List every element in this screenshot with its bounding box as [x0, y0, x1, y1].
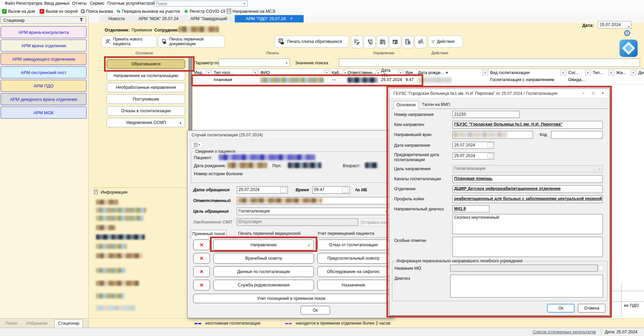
referral-tab-vmp[interactable]: Талон на ВМП	[419, 101, 453, 109]
col-responsible[interactable]: Ответственн...▾	[346, 69, 380, 76]
pin-icon[interactable]	[79, 18, 83, 23]
sidebar-item-arm-mok[interactable]: АРМ МОК	[1, 107, 87, 119]
delete-obstetric-button[interactable]: ×	[193, 280, 210, 290]
nav-item-unprocessed[interactable]: Необработанные направления	[107, 83, 185, 92]
time-picker-button[interactable]	[342, 187, 348, 193]
refusal-button[interactable]: Отказ от госпитализации	[317, 240, 389, 250]
window-close-icon[interactable]: ×	[598, 90, 607, 97]
menu-reports[interactable]: Отчеты	[72, 1, 87, 6]
print-primary-docs-button[interactable]: Печать первичной документации	[158, 36, 225, 48]
referring-doctor-field[interactable]	[452, 131, 533, 139]
col-hosp-kind[interactable]: Вид госпитализации▾	[489, 69, 567, 76]
syphilis-exam-button[interactable]: Обследование на сифилис	[317, 266, 389, 277]
filter-icon[interactable]: ▾	[608, 70, 614, 76]
col-birth-date[interactable]: Дата рожде...▼▾	[417, 69, 489, 76]
case-ok-button[interactable]: Ок	[301, 306, 330, 315]
delete-exam-button[interactable]: ×	[193, 253, 210, 264]
toolbar-call-search[interactable]: Поиск вызова	[80, 8, 113, 14]
col-phone[interactable]: Тел...▾	[591, 69, 615, 76]
referral-number-field[interactable]: 21233	[452, 111, 520, 118]
search-dropdown-icon[interactable]: ▾	[244, 2, 245, 5]
menu-registry[interactable]: Регистратура	[16, 1, 42, 6]
search-param-select[interactable]: ▾	[219, 59, 290, 67]
date-picker-button[interactable]	[487, 142, 493, 147]
tab-news[interactable]: Новости	[99, 15, 135, 22]
obstetric-button[interactable]: Служба родовспоможения	[213, 280, 314, 290]
col-diagnosis[interactable]: Диа...	[637, 69, 644, 76]
nav-item-admitted[interactable]: Поступившие	[107, 94, 185, 104]
col-complaints[interactable]: Жа...▾	[615, 69, 637, 76]
col-state[interactable]: Сос...▾	[567, 69, 591, 76]
case-dialog-title[interactable]: Случай госпитализации (25.07.2024)	[187, 131, 393, 139]
col-fio[interactable]: ФИО▾	[259, 69, 330, 76]
diagnosis-code-field[interactable]: M41.9	[452, 205, 489, 212]
bottom-tab-folders[interactable]: Папки	[5, 321, 17, 326]
sidebar-item-arm-pdo[interactable]: АРМ ПДО	[1, 80, 87, 92]
deferred-results-link[interactable]: Список отложенных результатов	[533, 330, 596, 334]
referral-tab-main[interactable]: Основное	[393, 101, 419, 109]
delete-referral-button[interactable]: ×	[193, 240, 210, 250]
date-picker-button[interactable]	[487, 153, 493, 158]
sidebar-item-arm-consultant[interactable]: АРМ врача-консультанта	[1, 26, 87, 38]
doctor-exam-button[interactable]: Врачебный осмотр	[213, 253, 314, 264]
nav-item-referrals[interactable]: Направления на госпитализацию	[107, 71, 185, 80]
case-tab-movements[interactable]: Учет перемещений пациента	[313, 230, 379, 238]
case-tab-print-docs[interactable]: Печать первичной медицинской документаци…	[226, 230, 312, 238]
hosp-channel-field[interactable]: Плановая помощь	[452, 175, 603, 183]
tab-arm-head[interactable]: АРМ "Заведующий отделен...	[183, 15, 235, 22]
reception-visits-button[interactable]: Учет посещений в приемном покое	[193, 294, 389, 303]
send-notice-button[interactable]: Отправка изве...	[361, 218, 390, 226]
gear-icon[interactable]: ⚙	[623, 29, 631, 38]
toolbar-ambulance-call[interactable]: ✓ Вызов из скорой	[40, 8, 78, 14]
referral-ok-button[interactable]: Ок	[547, 304, 575, 313]
card-person-button[interactable]	[402, 36, 414, 48]
nav-item-refusals[interactable]: Отказы в госпитализации	[107, 106, 185, 116]
doctor-code-field[interactable]	[551, 131, 603, 139]
special-notes-field[interactable]	[452, 237, 603, 257]
global-search-input[interactable]	[154, 1, 248, 6]
prehospital-exam-button[interactable]: Предгоспитальный осмотр	[317, 253, 389, 264]
report-menu-button[interactable]: ▾	[191, 141, 203, 148]
print-visitors-list-button[interactable]: Печать списка обратившихся	[274, 36, 349, 48]
referral-button[interactable]: Направление ✓	[213, 240, 314, 250]
filter-icon[interactable]: ▾	[253, 70, 258, 76]
sidebar-item-arm-duty-doctor[interactable]: АРМ дежурного врача отделения	[1, 93, 87, 105]
window-minimize-icon[interactable]: −	[579, 90, 588, 97]
menu-data-entry[interactable]: Ввод данных	[44, 1, 70, 6]
patient-exit-button[interactable]	[364, 36, 376, 48]
referred-by-field[interactable]: ГБУЗС "Городская больница №1 им. Н.И. Пи…	[452, 121, 603, 129]
tab-arm-pdo[interactable]: АРМ "ПДО" 25.07.24 ×	[235, 15, 304, 22]
filter-icon[interactable]: ▾	[324, 70, 329, 76]
workspace-date-picker[interactable]: 25.07.2024 ▾	[598, 21, 631, 28]
source-diagnosis-field[interactable]	[450, 275, 603, 297]
visit-goal-select[interactable]: Госпитализация ▾	[237, 208, 389, 215]
toolbar-home-call[interactable]: ✓ Вызов на дом	[2, 8, 35, 14]
table-row[interactable]: плановая --- 25.07.2024 9:47 Госпитализа…	[193, 76, 644, 85]
filter-icon[interactable]: ▾	[482, 70, 488, 76]
responsible-field[interactable]	[237, 197, 389, 204]
window-maximize-icon[interactable]: □	[589, 90, 598, 97]
journals-button[interactable]	[376, 36, 388, 48]
tab-close-icon[interactable]: ×	[290, 16, 292, 21]
prescriptions-button[interactable]: Назначения	[317, 280, 389, 290]
sidebar-item-arm-head[interactable]: АРМ заведующего отделением	[1, 53, 87, 65]
col-cab[interactable]: Каб...▾	[330, 69, 346, 76]
sidebar-header[interactable]: Стационар	[0, 16, 86, 24]
col-hosp-type[interactable]: Тип госп...▾	[212, 69, 259, 76]
menu-service[interactable]: Сервис	[90, 1, 104, 6]
bed-profile-field[interactable]: реабилитационные для больных с заболеван…	[452, 195, 603, 203]
bottom-tab-inpatient[interactable]: Стационар	[54, 320, 83, 328]
archive-person-button[interactable]	[389, 36, 401, 48]
filter-icon[interactable]: ▾	[206, 70, 211, 76]
department-field[interactable]: ДЦМР Детское нейрореабилитационное отдел…	[452, 185, 603, 193]
toolbar-covid-registry[interactable]: ∗ Регистр COVID-19	[184, 8, 225, 14]
nav-item-ssmp-notifications[interactable]: Уведомления ССМП ●	[107, 118, 185, 127]
nav-item-visitors[interactable]: Обратившиеся	[107, 59, 185, 69]
col-time[interactable]: Вре...▾	[404, 69, 417, 76]
diagnosis-text-field[interactable]: Сколиоз неуточненный	[452, 214, 603, 234]
date-picker-button[interactable]	[280, 187, 286, 193]
referral-dialog-title[interactable]: ГБУЗС "Городская больница №1 им. Н.И. Пи…	[389, 89, 609, 98]
filter-icon[interactable]: ▾	[560, 70, 566, 76]
search-value-input[interactable]	[339, 59, 640, 67]
mo-picker-button[interactable]	[598, 265, 604, 271]
